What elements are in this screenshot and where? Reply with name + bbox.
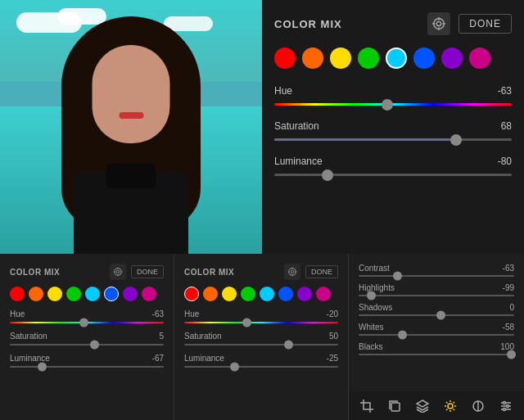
bp2-circle-red[interactable] [184, 287, 199, 301]
light-tool-icon[interactable] [468, 395, 489, 417]
target-icon-button[interactable] [427, 12, 450, 35]
top-done-button[interactable]: DONE [458, 14, 512, 34]
contrast-row: Contrast -63 [359, 264, 514, 277]
bp2-circle-purple[interactable] [297, 287, 312, 301]
blacks-track[interactable] [359, 354, 514, 355]
bp2-lum-track[interactable] [184, 366, 338, 368]
bp2-hue-track[interactable] [184, 322, 338, 323]
whites-thumb[interactable] [398, 331, 407, 340]
lips [119, 112, 143, 119]
bp2-lum-thumb[interactable] [230, 363, 239, 372]
saturation-thumb[interactable] [450, 134, 462, 146]
bp2-circle-green[interactable] [241, 287, 255, 301]
color-circle-orange[interactable] [302, 47, 323, 69]
svg-point-7 [116, 270, 119, 273]
color-circle-blue[interactable] [413, 47, 435, 69]
luminance-track[interactable] [274, 174, 512, 176]
svg-line-27 [446, 409, 448, 410]
bp1-target-icon[interactable] [110, 264, 126, 280]
bp1-hue-track[interactable] [10, 322, 164, 323]
hue-thumb[interactable] [382, 99, 393, 111]
bp1-header: COLOR MIX DONE [10, 264, 164, 280]
highlights-track[interactable] [359, 295, 514, 296]
blacks-row: Blacks 100 [359, 342, 514, 355]
bp1-circle-purple[interactable] [123, 287, 138, 301]
bp2-circle-magenta[interactable] [316, 287, 331, 301]
main-container: COLOR MIX DONE [0, 0, 524, 420]
blacks-label-row: Blacks 100 [359, 342, 514, 351]
adjust-tool-icon[interactable] [495, 395, 517, 417]
bp1-done-button[interactable]: DONE [131, 265, 164, 278]
bp2-hue-value: -20 [327, 309, 338, 318]
bp2-sat-thumb[interactable] [284, 341, 293, 350]
top-section: COLOR MIX DONE [0, 0, 524, 254]
bp1-circle-yellow[interactable] [47, 287, 62, 301]
contrast-label-row: Contrast -63 [359, 264, 514, 273]
saturation-slider-row: Saturation 68 [274, 120, 512, 141]
whites-value: -58 [503, 323, 514, 332]
whites-label: Whites [359, 323, 384, 332]
bp2-hue-thumb[interactable] [242, 318, 251, 327]
bp1-hue-thumb[interactable] [79, 318, 88, 327]
bp2-circle-blue[interactable] [278, 287, 293, 301]
svg-line-25 [454, 409, 455, 410]
shadows-row: Shadows 0 [359, 303, 514, 316]
top-color-circles [274, 47, 512, 69]
bp1-sat-thumb[interactable] [90, 341, 99, 350]
color-circle-red[interactable] [274, 47, 296, 69]
whites-track[interactable] [359, 334, 514, 336]
bottom-section: COLOR MIX DONE [0, 254, 524, 420]
bp2-circle-yellow[interactable] [222, 287, 237, 301]
layers-tool-icon[interactable] [412, 395, 433, 417]
bp1-circle-orange[interactable] [29, 287, 43, 301]
luminance-thumb[interactable] [322, 169, 333, 181]
shadows-track[interactable] [359, 314, 514, 316]
bp1-circle-green[interactable] [66, 287, 81, 301]
bp1-sat-track[interactable] [10, 344, 164, 345]
hue-track[interactable] [274, 103, 512, 106]
svg-point-13 [291, 270, 293, 273]
shadows-thumb[interactable] [436, 311, 445, 320]
bp1-circle-magenta[interactable] [142, 287, 156, 301]
bp2-lum-value: -25 [327, 354, 338, 363]
color-circle-green[interactable] [358, 47, 379, 69]
bp2-sat-track[interactable] [184, 344, 338, 345]
bp1-lum-thumb[interactable] [38, 363, 47, 372]
bp1-sat-label: Saturation [10, 332, 47, 341]
bp1-circle-red[interactable] [10, 287, 25, 301]
hue-slider-row: Hue -63 [274, 85, 512, 106]
luminance-label-row: Luminance -80 [274, 156, 512, 167]
bp1-lum-track[interactable] [10, 366, 164, 368]
bp2-target-icon[interactable] [284, 264, 300, 280]
sun-tool-icon[interactable] [440, 395, 461, 417]
crop-tool-icon[interactable] [356, 395, 377, 417]
svg-point-0 [434, 19, 445, 29]
contrast-thumb[interactable] [393, 272, 402, 281]
bp2-circle-orange[interactable] [203, 287, 218, 301]
bp2-circle-cyan[interactable] [260, 287, 274, 301]
bp1-circle-blue[interactable] [104, 287, 119, 301]
color-circle-purple[interactable] [441, 47, 463, 69]
contrast-track[interactable] [359, 275, 514, 277]
saturation-track[interactable] [274, 138, 512, 141]
blacks-thumb[interactable] [507, 350, 516, 359]
top-color-mix-panel: COLOR MIX DONE [262, 0, 524, 254]
highlights-label-row: Highlights -99 [359, 283, 514, 292]
copy-tool-icon[interactable] [384, 395, 405, 417]
color-circle-magenta[interactable] [469, 47, 490, 69]
bp1-circle-cyan[interactable] [85, 287, 100, 301]
bp2-sat-value: 50 [329, 332, 338, 341]
color-circle-yellow[interactable] [330, 47, 351, 69]
bp2-sat-label: Saturation [184, 332, 222, 341]
bp2-done-button[interactable]: DONE [305, 265, 338, 278]
luminance-slider-row: Luminance -80 [274, 156, 512, 176]
shadows-value: 0 [509, 303, 514, 312]
bp2-lum-label: Luminance [184, 354, 224, 363]
top-panel-header-right: DONE [427, 12, 512, 35]
hue-label: Hue [274, 85, 292, 97]
color-circle-cyan[interactable] [386, 47, 407, 69]
hue-value: -63 [498, 85, 512, 97]
saturation-label: Saturation [274, 120, 319, 132]
highlights-thumb[interactable] [367, 291, 376, 300]
contrast-label: Contrast [359, 264, 390, 273]
